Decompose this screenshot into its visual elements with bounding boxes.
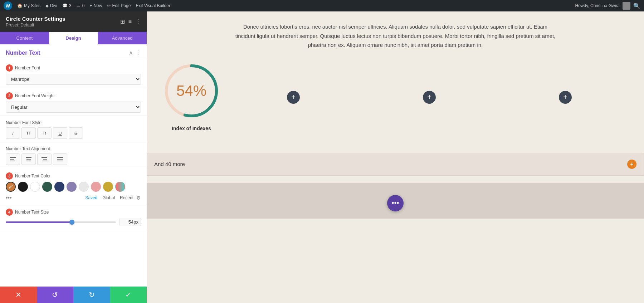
add-counter-button-3[interactable]: + [559, 91, 572, 104]
tab-content[interactable]: Content [0, 32, 49, 44]
sidebar-tabs: Content Design Advanced [0, 32, 147, 44]
pink-swatch[interactable] [91, 182, 101, 192]
my-sites-menu[interactable]: 🏠 My Sites [17, 3, 40, 8]
user-avatar[interactable] [623, 2, 630, 10]
sidebar-header: Circle Counter Settings Preset: Default … [0, 11, 147, 32]
titlecase-button[interactable]: Tt [37, 127, 52, 139]
size-slider-track[interactable] [6, 221, 116, 223]
edit-page-button[interactable]: ✏ Edit Page [107, 3, 131, 8]
saved-colors-button[interactable]: Saved [85, 195, 97, 200]
dark-green-swatch[interactable] [42, 182, 52, 192]
number-font-setting: 1 Number Font Manrope Open Sans Roboto [0, 60, 147, 88]
divi-menu[interactable]: ◆ Divi [45, 3, 57, 8]
underline-button[interactable]: U [53, 127, 67, 139]
navy-swatch[interactable] [54, 182, 64, 192]
active-color-swatch[interactable]: 🖊 [6, 182, 16, 192]
wordpress-icon[interactable]: W [4, 1, 12, 10]
alignment-buttons [6, 153, 141, 165]
circle-value: 54% [176, 82, 206, 99]
chat-icon: 🗨 [77, 3, 81, 8]
svg-rect-0 [10, 157, 16, 158]
number-text-alignment-label: Number Text Alignment [6, 146, 141, 151]
comments-count: 3 [69, 3, 72, 8]
new-menu[interactable]: + New [89, 3, 102, 8]
preset-label: Preset: Default [6, 23, 65, 28]
slider-thumb[interactable] [69, 220, 74, 225]
svg-rect-7 [43, 159, 47, 160]
gradient-swatch[interactable] [115, 182, 125, 192]
comments-menu[interactable]: 💬 3 [62, 3, 72, 8]
color-controls: ••• Saved Global Recent ⚙ [6, 195, 141, 201]
number-font-weight-setting: 2 Number Font Weight Regular Bold Light [0, 88, 147, 116]
number-font-weight-label: 2 Number Font Weight [6, 92, 141, 99]
step-1-badge: 1 [6, 64, 13, 72]
redo-button[interactable]: ↻ [73, 287, 110, 303]
exit-builder-button[interactable]: Exit Visual Builder [136, 3, 170, 8]
light-gray-swatch[interactable] [79, 182, 89, 192]
undo-icon: ↺ [52, 290, 58, 299]
svg-rect-5 [26, 161, 31, 161]
plus-icon: + [89, 3, 92, 8]
sidebar-title: Circle Counter Settings [6, 16, 65, 22]
chat-menu[interactable]: 🗨 0 [77, 3, 85, 8]
bottom-action-bar: ✕ ↺ ↻ ✓ [0, 287, 147, 303]
undo-button[interactable]: ↺ [37, 287, 74, 303]
italic-button[interactable]: I [6, 127, 20, 139]
align-right-button[interactable] [37, 153, 52, 165]
step-3-badge: 3 [6, 172, 13, 180]
strikethrough-button[interactable]: S [69, 127, 83, 139]
section-menu-icon[interactable]: ⋮ [135, 49, 141, 56]
uppercase-button[interactable]: TT [21, 127, 36, 139]
svg-rect-1 [10, 159, 14, 160]
gold-swatch[interactable] [103, 182, 113, 192]
align-center-button[interactable] [21, 153, 36, 165]
section-title-text: Number Text [6, 50, 40, 56]
divi-icon: ◆ [45, 3, 49, 8]
global-colors-button[interactable]: Global [102, 195, 115, 200]
number-font-label: 1 Number Font [6, 64, 141, 72]
more-colors-button[interactable]: ••• [6, 195, 12, 201]
house-icon: 🏠 [17, 3, 23, 8]
recent-colors-button[interactable]: Recent [120, 195, 133, 200]
add-counter-button-1[interactable]: + [287, 91, 300, 104]
intro-text: Donec ultricies lobortis eros, nec aucto… [234, 22, 556, 50]
placeholder-2: + [423, 60, 436, 104]
white-swatch[interactable] [30, 182, 40, 192]
tab-design[interactable]: Design [49, 32, 98, 44]
my-sites-label: My Sites [24, 3, 40, 8]
save-button[interactable]: ✓ [110, 287, 147, 303]
more-banner[interactable]: And 40 more + [147, 153, 644, 176]
more-banner-plus[interactable]: + [627, 160, 636, 169]
lavender-swatch[interactable] [67, 182, 77, 192]
sidebar-content: Number Text ∧ ⋮ 1 Number Font Manrope Op… [0, 44, 147, 287]
pencil-icon: ✏ [107, 3, 111, 8]
circle-label: Index of Indexes [172, 126, 211, 131]
edit-page-label: Edit Page [112, 3, 131, 8]
dots-icon: ••• [391, 199, 399, 207]
placeholder-3: + [559, 60, 572, 104]
grid-icon[interactable]: ⊞ [120, 18, 125, 25]
collapse-icon[interactable]: ∧ [129, 49, 133, 56]
more-icon[interactable]: ⋮ [135, 18, 141, 25]
number-font-select[interactable]: Manrope Open Sans Roboto [6, 74, 141, 85]
search-icon[interactable]: 🔍 [633, 3, 640, 9]
topbar: W 🏠 My Sites ◆ Divi 💬 3 🗨 0 + New ✏ Edit… [0, 0, 644, 11]
section-title: Number Text [6, 50, 40, 56]
tab-advanced[interactable]: Advanced [98, 32, 147, 44]
new-label: New [93, 3, 102, 8]
cancel-button[interactable]: ✕ [0, 287, 37, 303]
number-text-section: Number Text ∧ ⋮ [0, 44, 147, 60]
number-font-weight-select[interactable]: Regular Bold Light [6, 102, 141, 113]
floating-dots-button[interactable]: ••• [387, 195, 404, 211]
color-settings-gear[interactable]: ⚙ [136, 195, 141, 201]
align-left-button[interactable] [6, 153, 20, 165]
columns-icon[interactable]: ≡ [128, 18, 132, 25]
black-swatch[interactable] [18, 182, 28, 192]
size-slider-row: 54px [6, 218, 141, 226]
align-justify-button[interactable] [53, 153, 67, 165]
counter-placeholders: + + + [229, 60, 630, 104]
color-swatches: 🖊 [6, 182, 141, 192]
number-text-color-label: 3 Number Text Color [6, 172, 141, 180]
size-value[interactable]: 54px [119, 218, 141, 226]
add-counter-button-2[interactable]: + [423, 91, 436, 104]
